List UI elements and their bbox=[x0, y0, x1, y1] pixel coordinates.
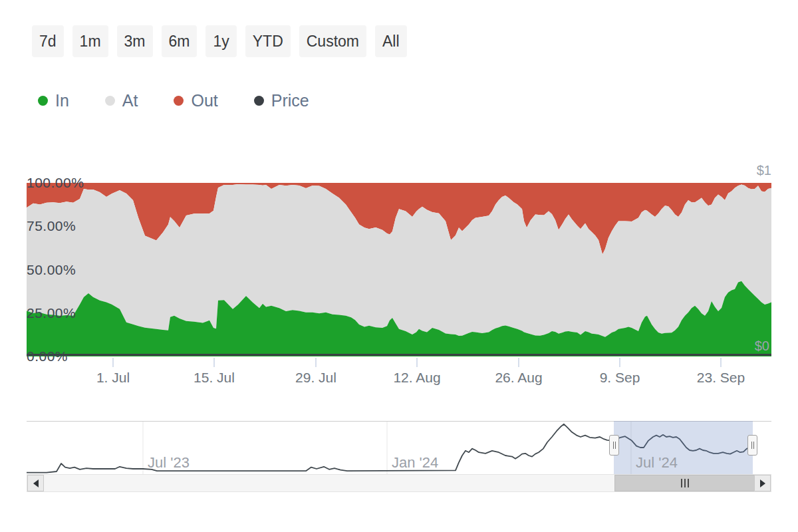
thumb-grip-icon bbox=[681, 479, 682, 487]
range-button-1m[interactable]: 1m bbox=[72, 25, 108, 57]
x-axis-label: 1. Jul bbox=[96, 370, 130, 386]
legend-label: In bbox=[55, 91, 69, 110]
legend-item-in[interactable]: In bbox=[38, 91, 69, 110]
y-axis-label: 75.00% bbox=[27, 218, 76, 234]
handle-grip-icon bbox=[613, 442, 614, 449]
range-button-3m[interactable]: 3m bbox=[117, 25, 153, 57]
range-button-1y[interactable]: 1y bbox=[205, 25, 236, 57]
legend-marker-icon bbox=[174, 96, 184, 106]
price-axis-max-label: $1 bbox=[757, 163, 771, 178]
y-axis-label: 50.00% bbox=[27, 262, 76, 278]
legend-item-price[interactable]: Price bbox=[254, 91, 309, 110]
y-axis-label: 25.00% bbox=[27, 305, 76, 321]
scrollbar-thumb[interactable] bbox=[614, 475, 755, 491]
range-button-6m[interactable]: 6m bbox=[162, 25, 198, 57]
range-button-7d[interactable]: 7d bbox=[32, 25, 64, 57]
legend-item-out[interactable]: Out bbox=[174, 91, 217, 110]
range-button-ytd[interactable]: YTD bbox=[245, 25, 291, 57]
x-axis-label: 15. Jul bbox=[194, 370, 235, 386]
x-axis-label: 9. Sep bbox=[600, 370, 640, 386]
range-button-all[interactable]: All bbox=[375, 25, 407, 57]
handle-grip-icon bbox=[753, 442, 754, 449]
legend-marker-icon bbox=[254, 96, 264, 106]
scrollbar-left-arrow-button[interactable] bbox=[27, 475, 44, 491]
x-axis-label: 23. Sep bbox=[697, 370, 745, 386]
scrollbar-track[interactable] bbox=[27, 474, 771, 492]
legend-label: Price bbox=[271, 91, 309, 110]
left-arrow-icon bbox=[33, 479, 39, 487]
legend-marker-icon bbox=[105, 96, 115, 106]
handle-grip-icon bbox=[751, 442, 752, 449]
navigator-label: Jul '24 bbox=[636, 454, 678, 471]
right-arrow-icon bbox=[760, 479, 765, 487]
range-selector: 7d1m3m6m1yYTDCustomAll bbox=[32, 25, 407, 57]
legend-item-at[interactable]: At bbox=[105, 91, 138, 110]
navigator-left-handle[interactable] bbox=[609, 435, 619, 456]
scrollbar-right-arrow-button[interactable] bbox=[754, 475, 771, 491]
thumb-grip-icon bbox=[684, 479, 686, 487]
chart-legend: InAtOutPrice bbox=[38, 90, 309, 110]
navigator-right-handle[interactable] bbox=[747, 435, 757, 456]
x-axis-label: 29. Jul bbox=[295, 370, 336, 386]
x-axis-label: 12. Aug bbox=[393, 370, 440, 386]
thumb-grip-icon bbox=[688, 479, 689, 487]
y-axis-label: 0.00% bbox=[27, 348, 68, 364]
price-axis-min-label: $0 bbox=[755, 338, 769, 354]
main-stacked-area-chart[interactable] bbox=[27, 183, 771, 370]
y-axis-label: 100.00% bbox=[27, 175, 84, 191]
money-flow-chart-app: 7d1m3m6m1yYTDCustomAll InAtOutPrice 100.… bbox=[0, 0, 798, 532]
navigator-label: Jul '23 bbox=[148, 454, 190, 471]
navigator-label: Jan '24 bbox=[392, 454, 438, 471]
range-button-custom[interactable]: Custom bbox=[299, 25, 366, 57]
legend-marker-icon bbox=[38, 96, 48, 106]
handle-grip-icon bbox=[615, 442, 616, 449]
legend-label: At bbox=[122, 91, 138, 110]
x-axis-label: 26. Aug bbox=[495, 370, 542, 386]
legend-label: Out bbox=[191, 91, 217, 110]
